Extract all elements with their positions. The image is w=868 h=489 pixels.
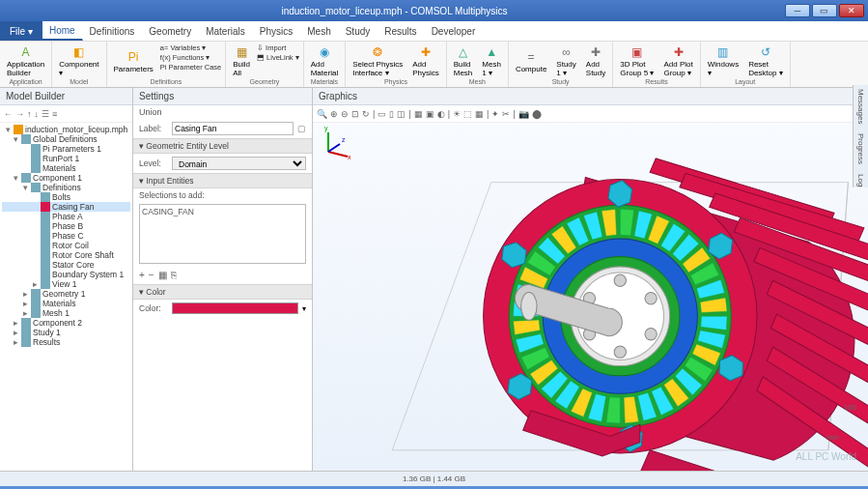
clip-icon[interactable]: ✂ [502, 109, 510, 119]
down-icon[interactable]: ↓ [35, 109, 40, 119]
parameter-case-button[interactable]: Pi Parameter Case [160, 63, 221, 72]
tree-node[interactable]: ▾Component 1 [2, 173, 130, 183]
add-physics-button[interactable]: ✚AddPhysics [409, 43, 442, 78]
zoom-in-icon[interactable]: ⊕ [330, 109, 338, 119]
tab-physics[interactable]: Physics [253, 21, 300, 41]
variables-button[interactable]: a= Variables ▾ [160, 43, 221, 52]
tab-definitions[interactable]: Definitions [83, 21, 143, 41]
tab-home[interactable]: Home [42, 21, 83, 41]
remove-selection-icon[interactable]: − [149, 270, 154, 280]
tree-node[interactable]: Materials [2, 163, 130, 173]
log-tab[interactable]: Log [856, 174, 865, 187]
build-mesh-button[interactable]: △BuildMesh [451, 43, 476, 78]
tab-results[interactable]: Results [378, 21, 424, 41]
tree-node[interactable]: Boundary System 1 [2, 270, 130, 279]
livelink-button[interactable]: ⬒ LiveLink ▾ [257, 53, 299, 62]
tree-node[interactable]: Pi Parameters 1 [2, 144, 130, 154]
selection-list[interactable]: CASING_FAN [139, 204, 306, 264]
window-minimize-button[interactable]: ─ [785, 4, 810, 17]
tab-study[interactable]: Study [339, 21, 378, 41]
application-builder-button[interactable]: AApplicationBuilder [4, 43, 47, 78]
tree-node[interactable]: ▸Component 2 [2, 318, 130, 328]
tree-node[interactable]: ▸Mesh 1 [2, 308, 130, 318]
record-icon[interactable]: ⬤ [532, 109, 542, 119]
parameters-button[interactable]: PiParameters [111, 43, 156, 78]
file-menu[interactable]: File ▾ [0, 21, 42, 41]
tree-node[interactable]: ▸Geometry 1 [2, 289, 130, 299]
paste-selection-icon[interactable]: ⎘ [171, 270, 177, 280]
compute-button[interactable]: =Compute [513, 43, 549, 78]
color-section[interactable]: ▾ Color [133, 284, 312, 300]
tree-node[interactable]: ▸Materials [2, 299, 130, 308]
add-study-button[interactable]: ✚AddStudy [583, 43, 608, 78]
model-tree[interactable]: ▾induction_motor_liceup.mph ▾Global Defi… [0, 123, 132, 471]
tree-root[interactable]: ▾induction_motor_liceup.mph [2, 125, 130, 134]
plot3d-button[interactable]: ▣3D PlotGroup 5 ▾ [617, 43, 657, 78]
wireframe-icon[interactable]: ⬚ [463, 109, 472, 119]
forward-icon[interactable]: → [15, 109, 24, 119]
tree-node[interactable]: Phase B [2, 221, 130, 231]
tree-node[interactable]: Rotor Coil [2, 241, 130, 250]
tree-node[interactable]: ▸View 1 [2, 279, 130, 289]
tree-node[interactable]: ▸Results [2, 337, 130, 347]
windows-button[interactable]: ▥Windows▾ [705, 43, 742, 78]
color-swatch[interactable] [172, 302, 298, 314]
view-xy-icon[interactable]: ▭ [378, 109, 386, 119]
zoom-out-icon[interactable]: ⊖ [341, 109, 349, 119]
tree-node[interactable]: Rotor Core Shaft [2, 250, 130, 260]
build-all-button[interactable]: ▦BuildAll [230, 43, 253, 78]
tab-geometry[interactable]: Geometry [142, 21, 199, 41]
component-button[interactable]: ◧Component▾ [56, 43, 101, 78]
window-maximize-button[interactable]: ▭ [812, 4, 837, 17]
select-box-icon[interactable]: ▣ [426, 109, 434, 119]
study1-button[interactable]: ∞Study1 ▾ [553, 43, 578, 78]
label-go-icon[interactable]: ▢ [297, 124, 306, 133]
view-yz-icon[interactable]: ▯ [389, 109, 394, 119]
select-icon[interactable]: ▦ [414, 109, 423, 119]
tree-node[interactable]: ▾Global Definitions [2, 134, 130, 144]
geometric-entity-section[interactable]: ▾ Geometric Entity Level [133, 138, 312, 154]
expand-icon[interactable]: ≡ [52, 109, 57, 119]
tree-node[interactable]: Phase C [2, 231, 130, 241]
reset-desktop-button[interactable]: ↺ResetDesktop ▾ [745, 43, 786, 78]
add-material-button[interactable]: ◉AddMaterial [308, 43, 341, 78]
tree-node[interactable]: Stator Core [2, 260, 130, 270]
zoom-extents-icon[interactable]: ⊡ [351, 109, 359, 119]
input-entities-section[interactable]: ▾ Input Entities [133, 173, 312, 188]
transparency-icon[interactable]: ◐ [437, 109, 445, 119]
functions-button[interactable]: f(x) Functions ▾ [160, 53, 221, 62]
add-plot-button[interactable]: ✚Add PlotGroup ▾ [660, 43, 695, 78]
grid-icon[interactable]: ▦ [475, 109, 484, 119]
messages-tab[interactable]: Messages [856, 89, 865, 124]
model-builder-title: Model Builder [6, 91, 65, 101]
tab-developer[interactable]: Developer [425, 21, 484, 41]
zoom-icon[interactable]: 🔍 [317, 109, 327, 119]
copy-selection-icon[interactable]: ▦ [158, 270, 167, 280]
up-icon[interactable]: ↑ [27, 109, 32, 119]
back-icon[interactable]: ← [4, 109, 13, 119]
window-close-button[interactable]: ✕ [839, 4, 864, 17]
view-xz-icon[interactable]: ◫ [397, 109, 406, 119]
progress-tab[interactable]: Progress [856, 133, 865, 164]
color-dropdown-icon[interactable]: ▾ [302, 304, 306, 313]
select-physics-button[interactable]: ❂Select PhysicsInterface ▾ [350, 43, 406, 78]
tree-node[interactable]: Casing Fan [2, 202, 130, 212]
scene-light-icon[interactable]: ✦ [491, 109, 499, 119]
import-button[interactable]: ⇩ Import [257, 43, 299, 52]
tab-mesh[interactable]: Mesh [300, 21, 338, 41]
tree-node[interactable]: Bolts [2, 192, 130, 202]
tree-node[interactable]: ▾Definitions [2, 183, 130, 192]
collapse-icon[interactable]: ☰ [42, 109, 49, 119]
tab-materials[interactable]: Materials [199, 21, 253, 41]
graphics-canvas[interactable]: y x z mm 100 [313, 123, 868, 471]
label-input[interactable] [172, 122, 294, 135]
tree-node[interactable]: RunPort 1 [2, 154, 130, 163]
camera-icon[interactable]: 📷 [518, 109, 529, 119]
tree-node[interactable]: ▸Study 1 [2, 328, 130, 337]
level-select[interactable]: Domain [172, 157, 306, 170]
rotate-icon[interactable]: ↻ [362, 109, 370, 119]
add-selection-icon[interactable]: + [139, 270, 145, 280]
tree-node[interactable]: Phase A [2, 212, 130, 221]
mesh1-button[interactable]: ▲Mesh1 ▾ [479, 43, 504, 78]
light-icon[interactable]: ☀ [453, 109, 461, 119]
